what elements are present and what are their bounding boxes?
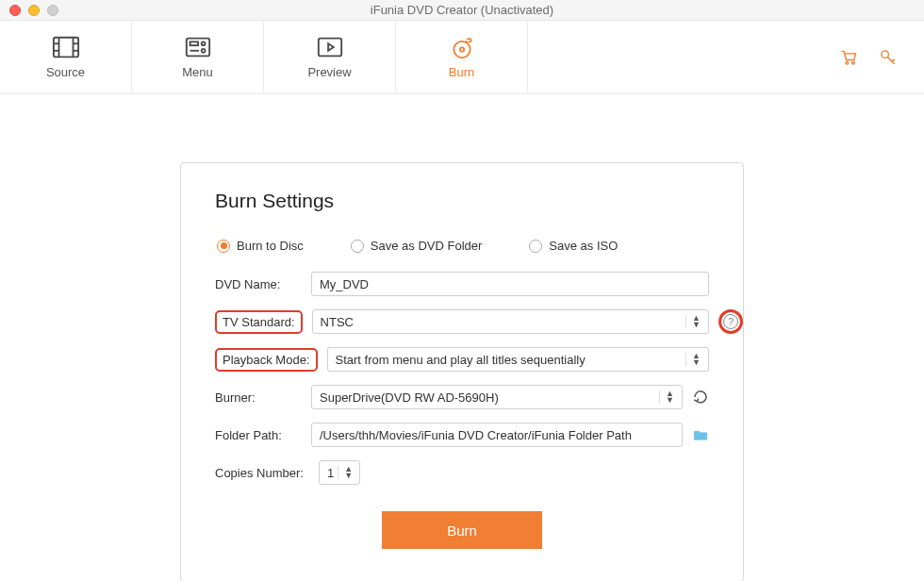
svg-point-16 xyxy=(846,61,849,64)
key-icon[interactable] xyxy=(879,48,898,67)
label-dvd-name: DVD Name: xyxy=(215,277,311,291)
burn-button[interactable]: Burn xyxy=(382,511,542,549)
playback-mode-select[interactable]: Start from menu and play all titles sequ… xyxy=(327,347,710,372)
tab-source[interactable]: Source xyxy=(0,21,132,93)
copies-stepper[interactable]: 1 ▲▼ xyxy=(319,460,360,485)
label-burner: Burner: xyxy=(215,390,311,405)
menu-layout-icon xyxy=(184,35,212,59)
radio-dot-icon xyxy=(217,240,230,253)
svg-point-14 xyxy=(454,42,470,58)
radio-burn-to-disc[interactable]: Burn to Disc xyxy=(217,239,304,253)
svg-point-17 xyxy=(852,61,855,64)
main-toolbar: Source Menu Preview Burn xyxy=(0,21,924,94)
toolbar-spacer xyxy=(528,21,839,93)
tab-preview-label: Preview xyxy=(307,65,351,79)
filmstrip-icon xyxy=(52,35,80,59)
folder-path-input[interactable]: /Users/thh/Movies/iFunia DVD Creator/iFu… xyxy=(311,423,683,447)
radio-label: Burn to Disc xyxy=(237,239,304,253)
row-folder-path: Folder Path: /Users/thh/Movies/iFunia DV… xyxy=(215,423,709,447)
svg-point-9 xyxy=(201,42,205,45)
svg-point-11 xyxy=(201,49,205,53)
dvd-name-value: My_DVD xyxy=(320,277,369,291)
folder-path-value: /Users/thh/Movies/iFunia DVD Creator/iFu… xyxy=(320,428,632,442)
tv-standard-help-highlight: ? xyxy=(718,309,743,334)
window-title: iFunia DVD Creator (Unactivated) xyxy=(0,3,924,17)
titlebar: iFunia DVD Creator (Unactivated) xyxy=(0,0,924,21)
label-tv-standard: TV Standard: xyxy=(215,310,303,334)
stage: Burn Settings Burn to Disc Save as DVD F… xyxy=(0,94,924,581)
cart-icon[interactable] xyxy=(839,48,858,67)
help-icon[interactable]: ? xyxy=(723,314,738,329)
label-playback-mode: Playback Mode: xyxy=(215,348,318,372)
tab-menu-label: Menu xyxy=(182,65,213,79)
dvd-name-input[interactable]: My_DVD xyxy=(311,272,709,296)
folder-icon[interactable] xyxy=(692,426,709,443)
refresh-icon[interactable] xyxy=(692,389,709,406)
select-arrows-icon: ▲▼ xyxy=(685,315,701,328)
tab-burn[interactable]: Burn xyxy=(396,21,528,93)
label-folder-path: Folder Path: xyxy=(215,428,311,442)
label-copies: Copies Number: xyxy=(215,466,319,480)
preview-play-icon xyxy=(316,35,344,59)
panel-heading: Burn Settings xyxy=(215,190,709,212)
tv-standard-value: NTSC xyxy=(321,315,354,329)
row-playback-mode: Playback Mode: Start from menu and play … xyxy=(215,347,709,372)
tv-standard-select[interactable]: NTSC ▲▼ xyxy=(312,309,709,334)
row-dvd-name: DVD Name: My_DVD xyxy=(215,272,709,296)
radio-save-iso[interactable]: Save as ISO xyxy=(529,239,618,253)
burner-select[interactable]: SuperDrive(DVD RW AD-5690H) ▲▼ xyxy=(311,385,683,409)
svg-rect-12 xyxy=(318,39,340,57)
playback-mode-value: Start from menu and play all titles sequ… xyxy=(336,353,586,367)
burn-settings-panel: Burn Settings Burn to Disc Save as DVD F… xyxy=(180,162,744,581)
row-burner: Burner: SuperDrive(DVD RW AD-5690H) ▲▼ xyxy=(215,385,709,409)
radio-dot-icon xyxy=(351,240,364,253)
burner-value: SuperDrive(DVD RW AD-5690H) xyxy=(320,390,499,405)
tab-menu[interactable]: Menu xyxy=(132,21,264,93)
radio-label: Save as DVD Folder xyxy=(371,239,483,253)
svg-rect-8 xyxy=(190,42,197,45)
radio-dot-icon xyxy=(529,240,542,253)
tab-burn-label: Burn xyxy=(449,65,474,79)
svg-marker-13 xyxy=(328,43,334,51)
svg-point-15 xyxy=(459,47,463,51)
tab-source-label: Source xyxy=(46,65,85,79)
svg-rect-0 xyxy=(53,38,77,58)
radio-label: Save as ISO xyxy=(549,239,618,253)
radio-save-dvd-folder[interactable]: Save as DVD Folder xyxy=(351,239,483,253)
output-type-radio-group: Burn to Disc Save as DVD Folder Save as … xyxy=(217,239,709,253)
select-arrows-icon: ▲▼ xyxy=(685,353,701,366)
row-copies: Copies Number: 1 ▲▼ xyxy=(215,460,709,485)
stepper-arrows-icon: ▲▼ xyxy=(338,466,353,479)
row-tv-standard: TV Standard: NTSC ▲▼ ? xyxy=(215,309,709,334)
disc-burn-icon xyxy=(448,35,476,59)
select-arrows-icon: ▲▼ xyxy=(659,390,674,404)
copies-value: 1 xyxy=(327,466,334,480)
toolbar-right xyxy=(839,21,924,93)
tab-preview[interactable]: Preview xyxy=(264,21,396,93)
